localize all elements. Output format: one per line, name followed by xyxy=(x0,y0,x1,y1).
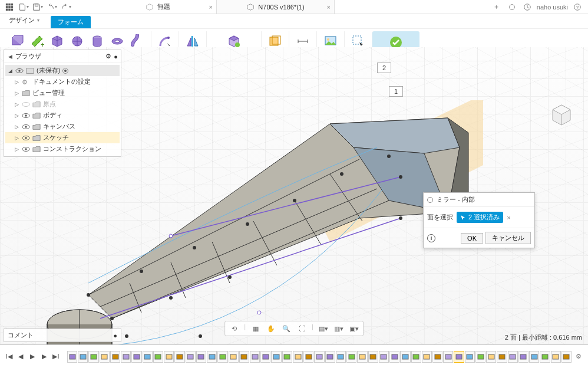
close-icon[interactable]: × xyxy=(209,4,213,11)
timeline-feature[interactable] xyxy=(497,351,507,363)
navigation-bar[interactable]: ⟲ | ▦ ✋ 🔍 ⛶ | ▤▾ ▥▾ ▣▾ xyxy=(224,321,364,336)
eye-icon[interactable] xyxy=(22,124,30,130)
ok-button[interactable]: OK xyxy=(461,233,483,244)
new-tab-icon[interactable]: ＋ xyxy=(491,1,503,13)
timeline-feature[interactable] xyxy=(486,351,496,363)
expand-icon[interactable]: ▷ xyxy=(14,146,19,152)
clear-selection-icon[interactable]: × xyxy=(507,214,510,221)
help-icon[interactable]: ? xyxy=(572,1,583,13)
timeline-start-icon[interactable]: I◀ xyxy=(4,351,14,362)
expand-icon[interactable]: ◢ xyxy=(7,68,13,74)
browser-panel[interactable]: ◀ ブラウザ ⚙ ● ◢ (未保存) ▷ ⚙ ドキュメントの設定 ▷ ビュー管理… xyxy=(4,50,121,157)
timeline-feature[interactable] xyxy=(282,351,292,363)
timeline-feature[interactable] xyxy=(508,351,518,363)
timeline-feature[interactable] xyxy=(422,351,432,363)
timeline-feature[interactable] xyxy=(561,351,572,363)
timeline-feature[interactable] xyxy=(465,351,475,363)
timeline-feature[interactable] xyxy=(314,351,324,363)
app-menu-icon[interactable] xyxy=(4,1,15,13)
tree-item[interactable]: ▷ ボディ xyxy=(5,110,120,121)
view-cube[interactable] xyxy=(547,100,576,130)
notifications-icon[interactable] xyxy=(521,1,533,13)
tree-item[interactable]: ▷ ⚙ ドキュメントの設定 xyxy=(5,76,120,87)
timeline-feature[interactable] xyxy=(518,351,528,363)
timeline-feature[interactable] xyxy=(475,351,485,363)
tree-item[interactable]: ▷ スケッチ xyxy=(5,132,120,143)
timeline-feature[interactable] xyxy=(239,351,249,363)
redo-icon[interactable]: ▾ xyxy=(60,1,72,13)
save-icon[interactable]: ▾ xyxy=(32,1,44,13)
timeline-feature[interactable] xyxy=(271,351,281,363)
timeline-feature[interactable] xyxy=(432,351,442,363)
timeline-feature[interactable] xyxy=(143,351,153,363)
grid-settings-icon[interactable]: ▥▾ xyxy=(333,323,344,334)
extensions-icon[interactable] xyxy=(506,1,518,13)
timeline-items[interactable] xyxy=(67,351,572,363)
close-icon[interactable]: × xyxy=(327,4,331,11)
orbit-icon[interactable]: ⟲ xyxy=(229,323,239,334)
eye-icon[interactable] xyxy=(22,135,30,141)
timeline-feature[interactable] xyxy=(207,351,217,363)
mirror-dialog[interactable]: ミラー - 内部 面を選択 2 選択済み × i OK キャンセル xyxy=(423,192,535,248)
timeline-settings-icon[interactable]: ⚙ xyxy=(573,351,584,363)
collapse-icon[interactable]: ◀ xyxy=(7,54,13,60)
timeline-feature[interactable] xyxy=(110,351,120,363)
timeline-feature[interactable] xyxy=(78,351,88,363)
cancel-button[interactable]: キャンセル xyxy=(485,232,531,244)
eye-icon[interactable] xyxy=(22,146,30,152)
timeline-feature[interactable] xyxy=(217,351,227,363)
expand-icon[interactable]: ▷ xyxy=(14,113,19,119)
timeline-feature[interactable] xyxy=(229,351,239,363)
timeline-feature[interactable] xyxy=(186,351,196,363)
file-menu-icon[interactable]: ▾ xyxy=(18,1,29,13)
expand-icon[interactable]: ▷ xyxy=(14,101,19,107)
timeline-next-icon[interactable]: ▶ xyxy=(39,351,49,362)
document-tab[interactable]: 無題 × xyxy=(99,0,217,14)
timeline-feature[interactable] xyxy=(336,351,346,363)
timeline-prev-icon[interactable]: ◀ xyxy=(15,351,26,362)
eye-icon[interactable] xyxy=(15,68,24,74)
pan-icon[interactable]: ✋ xyxy=(266,323,276,334)
context-tab-form[interactable]: フォーム xyxy=(51,16,91,28)
gear-icon[interactable]: ⚙ xyxy=(105,52,111,60)
comments-panel[interactable]: コメント ● xyxy=(4,328,121,342)
viewport-layout-icon[interactable]: ▣▾ xyxy=(349,323,359,334)
timeline[interactable]: I◀ ◀ ▶ ▶ ▶I ⚙ xyxy=(0,344,588,368)
undo-icon[interactable]: ▾ xyxy=(46,1,58,13)
timeline-feature[interactable] xyxy=(368,351,378,363)
timeline-feature[interactable] xyxy=(443,351,453,363)
expand-icon[interactable]: ▷ xyxy=(14,79,19,85)
timeline-feature[interactable] xyxy=(293,351,303,363)
timeline-feature[interactable] xyxy=(400,351,410,363)
expand-icon[interactable]: ▷ xyxy=(14,135,19,141)
tree-item[interactable]: ▷ コンストラクション xyxy=(5,143,120,155)
fit-icon[interactable]: ⛶ xyxy=(296,323,307,334)
selection-chip[interactable]: 2 選択済み xyxy=(457,212,503,223)
timeline-feature[interactable] xyxy=(88,351,98,363)
eye-off-icon[interactable] xyxy=(22,101,30,107)
zoom-icon[interactable]: 🔍 xyxy=(281,323,292,334)
tree-item[interactable]: ▷ 原点 xyxy=(5,98,120,110)
bullet-icon[interactable]: ● xyxy=(113,332,117,339)
tree-item[interactable]: ▷ キャンバス xyxy=(5,121,120,132)
timeline-feature[interactable] xyxy=(325,351,335,363)
timeline-feature[interactable] xyxy=(100,351,110,363)
browser-header[interactable]: ◀ ブラウザ ⚙ ● xyxy=(4,50,121,63)
workspace-menu[interactable]: デザイン▾ xyxy=(4,14,45,27)
look-at-icon[interactable]: ▦ xyxy=(250,323,261,334)
timeline-feature[interactable] xyxy=(196,351,206,363)
expand-icon[interactable]: ▷ xyxy=(14,90,19,96)
timeline-feature[interactable] xyxy=(357,351,367,363)
timeline-feature[interactable] xyxy=(174,351,184,363)
pin-icon[interactable] xyxy=(427,197,433,203)
timeline-play-icon[interactable]: ▶ xyxy=(27,351,38,362)
timeline-feature[interactable] xyxy=(540,351,550,363)
timeline-feature[interactable] xyxy=(389,351,399,363)
bullet-icon[interactable]: ● xyxy=(114,53,118,60)
document-tab-active[interactable]: N700S v186*(1) × xyxy=(217,0,335,14)
timeline-feature[interactable] xyxy=(454,351,464,363)
timeline-feature[interactable] xyxy=(121,351,131,363)
timeline-feature[interactable] xyxy=(164,351,174,363)
active-component-icon[interactable] xyxy=(62,68,68,74)
timeline-feature[interactable] xyxy=(250,351,260,363)
